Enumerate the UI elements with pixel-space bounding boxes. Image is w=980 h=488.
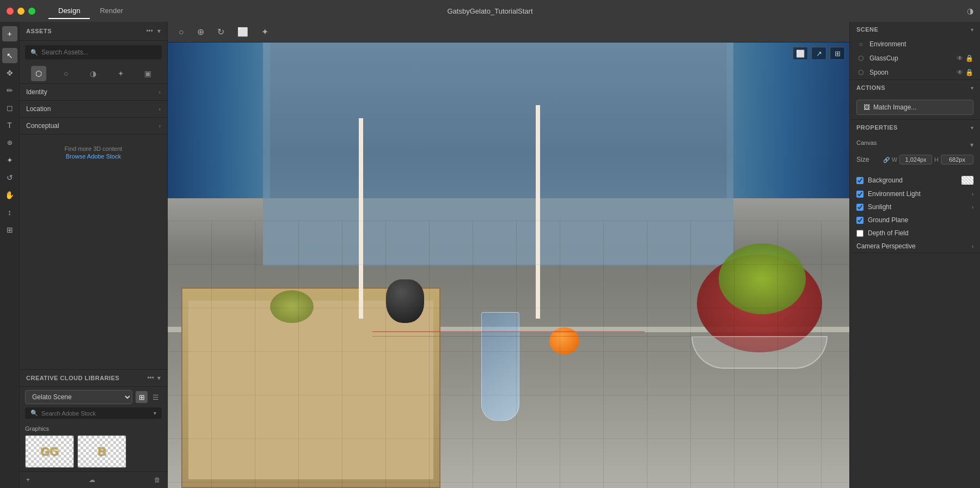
delete-asset-button[interactable]: 🗑	[154, 476, 161, 484]
graphic-thumb-1[interactable]: GG	[25, 435, 74, 468]
panel-bottom: + ☁ 🗑	[20, 471, 167, 488]
asset-tab-lighting[interactable]: ◑	[85, 66, 101, 81]
spoon-actions: 👁 🔒	[957, 69, 973, 76]
stock-search-row[interactable]: 🔍 ▾	[25, 407, 162, 419]
match-image-button[interactable]: 🖼 Match Image...	[856, 100, 973, 115]
move-tool-button[interactable]: ✥	[2, 65, 17, 81]
assets-search-box[interactable]: 🔍	[25, 45, 162, 59]
scene-item-glasscup[interactable]: ⬡ GlassCup 👁 🔒	[850, 51, 980, 65]
spoon-visibility-icon[interactable]: 👁	[957, 69, 963, 76]
size-values: 🔗 W H	[883, 155, 973, 164]
stock-search-input[interactable]	[41, 410, 154, 417]
identity-section-header[interactable]: Identity ›	[20, 84, 167, 100]
environment-label: Environment	[869, 40, 973, 48]
select-tool-button[interactable]: ↖	[2, 48, 17, 63]
environment-light-arrow[interactable]: ›	[972, 191, 973, 197]
undo-button[interactable]: ↺	[2, 170, 17, 185]
browse-stock-link[interactable]: Browse Adobe Stock	[26, 153, 161, 160]
top-right-toolbar: ⬜ ↗ ⊞	[793, 47, 845, 60]
background-thumb	[961, 176, 973, 185]
tab-render[interactable]: Render	[90, 3, 133, 19]
glasscup-visibility-icon[interactable]: 👁	[957, 54, 963, 62]
canvas-collapse-icon[interactable]: ▾	[970, 141, 973, 149]
sunlight-checkbox[interactable]	[856, 204, 863, 211]
fit-frame-button[interactable]: ⬜	[793, 47, 808, 60]
scene-item-spoon[interactable]: ⬡ Spoon 👁 🔒	[850, 65, 980, 80]
assets-panel-header: ASSETS ••• ▾	[20, 22, 167, 41]
ground-plane-label: Ground Plane	[868, 216, 973, 224]
location-section: Location ›	[20, 101, 167, 118]
add-asset-button[interactable]: +	[26, 476, 30, 484]
asset-tab-3d[interactable]: ⬡	[31, 66, 46, 81]
scene-item-environment[interactable]: ○ Environment	[850, 37, 980, 51]
spoon-lock-icon[interactable]: 🔒	[965, 69, 973, 76]
actions-content: 🖼 Match Image...	[850, 95, 980, 119]
asset-tab-sparkle[interactable]: ✦	[113, 66, 128, 81]
paint-tool-button[interactable]: ✏	[2, 83, 17, 98]
background-checkbox-row: Background	[850, 173, 980, 187]
traffic-lights	[7, 8, 35, 15]
effects-icon[interactable]: ✦	[259, 25, 271, 39]
rotate-tool-icon[interactable]: ↻	[215, 25, 226, 39]
title-bar: Design Render GatsbyGelato_TutorialStart…	[0, 0, 980, 22]
move-tool-icon[interactable]: ⊕	[195, 25, 206, 39]
eyedropper-tool-button[interactable]: ⊕	[2, 135, 17, 150]
stock-search-arrow-icon: ▾	[154, 410, 156, 416]
properties-section-header[interactable]: PROPERTIES ▾	[850, 120, 980, 135]
library-dropdown[interactable]: Gelato Scene	[25, 390, 132, 404]
cc-collapse-button[interactable]: ▾	[157, 374, 161, 382]
maximize-button[interactable]	[28, 8, 35, 15]
width-input[interactable]	[899, 155, 932, 164]
asset-tab-materials[interactable]: ○	[58, 66, 74, 81]
scene-expand-icon: ▾	[971, 27, 973, 33]
select-mode-icon[interactable]: ○	[176, 25, 186, 39]
magic-tool-button[interactable]: ✦	[2, 152, 17, 168]
minimize-button[interactable]	[17, 8, 24, 15]
left-panel: ASSETS ••• ▾ 🔍 ⬡ ○ ◑ ✦ ▣ Identity › L	[20, 22, 168, 488]
list-view-button[interactable]: ☰	[150, 391, 162, 403]
grid-view-button[interactable]: ⊞	[136, 391, 148, 403]
assets-collapse-button[interactable]: ▾	[157, 27, 161, 35]
kitchen-scene	[168, 42, 849, 488]
background-checkbox[interactable]	[856, 177, 863, 184]
environment-light-checkbox[interactable]	[856, 191, 863, 198]
match-image-icon: 🖼	[863, 103, 870, 111]
frame-icon[interactable]: ⬜	[235, 25, 250, 39]
link-icon: 🔗	[883, 157, 890, 163]
view-toggle: ⊞ ☰	[136, 391, 162, 403]
glasscup-lock-icon[interactable]: 🔒	[965, 54, 973, 62]
layers-tool-button[interactable]: ⊞	[2, 222, 17, 237]
zoom-tool-button[interactable]: ↕	[2, 205, 17, 220]
add-tool-button[interactable]: +	[2, 26, 17, 41]
location-arrow-icon: ›	[159, 106, 161, 112]
ground-plane-checkbox[interactable]	[856, 217, 863, 224]
assets-search-input[interactable]	[41, 48, 156, 56]
sunlight-label: Sunlight	[868, 203, 972, 211]
hand-tool-button[interactable]: ✋	[2, 187, 17, 203]
export-button[interactable]: ↗	[811, 47, 826, 60]
type-tool-button[interactable]: T	[2, 118, 17, 133]
camera-arrow-icon[interactable]: ›	[972, 243, 973, 249]
height-input[interactable]	[941, 155, 973, 164]
scene-section-header[interactable]: SCENE ▾	[850, 22, 980, 37]
graphic-thumb-2[interactable]: B	[77, 435, 126, 468]
search-icon: 🔍	[30, 49, 38, 56]
properties-content: Canvas ▾ Size 🔗 W H	[850, 135, 980, 173]
location-section-header[interactable]: Location ›	[20, 101, 167, 117]
depth-of-field-checkbox[interactable]	[856, 230, 863, 237]
close-button[interactable]	[7, 8, 14, 15]
title-right-area: ◑	[967, 7, 973, 15]
tab-design[interactable]: Design	[48, 3, 90, 19]
environment-icon: ○	[856, 40, 865, 48]
blue-line	[372, 336, 713, 337]
actions-section-header[interactable]: ACTIONS ▾	[850, 80, 980, 95]
sunlight-arrow[interactable]: ›	[972, 204, 973, 210]
thumb-2-text: B	[97, 444, 106, 459]
assets-more-button[interactable]: •••	[146, 27, 153, 35]
cc-more-button[interactable]: •••	[147, 374, 154, 382]
environment-light-label: Environment Light	[868, 190, 972, 198]
grid-settings-button[interactable]: ⊞	[830, 47, 845, 60]
shape-tool-button[interactable]: ◻	[2, 100, 17, 115]
conceptual-section-header[interactable]: Conceptual ›	[20, 118, 167, 134]
asset-tab-images[interactable]: ▣	[140, 66, 156, 81]
